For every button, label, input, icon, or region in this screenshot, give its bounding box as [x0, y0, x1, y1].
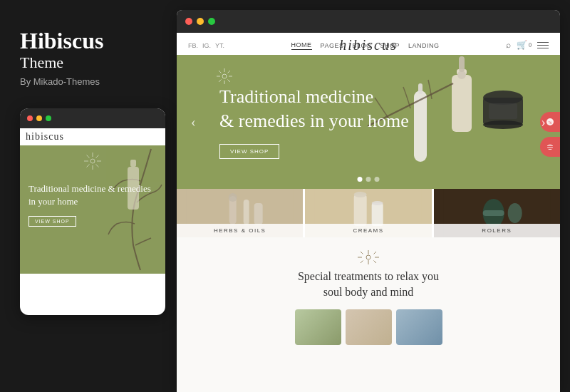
svg-line-5: [96, 165, 99, 167]
product-thumb-1[interactable]: [295, 309, 341, 345]
category-label-rolers: ROLERS: [434, 224, 560, 237]
nav-home[interactable]: HOME: [291, 41, 312, 50]
browser-dot-yellow[interactable]: [197, 18, 204, 25]
ham-line-1: [537, 42, 549, 43]
mobile-view-shop-button[interactable]: VIEW SHOP: [28, 216, 76, 227]
browser-chrome: [177, 10, 560, 33]
category-label-creams: CREAMS: [305, 224, 431, 237]
svg-point-43: [354, 192, 367, 197]
svg-rect-23: [459, 56, 465, 72]
svg-line-55: [374, 261, 377, 264]
svg-rect-21: [452, 75, 472, 132]
svg-line-6: [96, 155, 99, 158]
svg-point-45: [372, 201, 383, 205]
nav-landing[interactable]: LANDING: [408, 42, 440, 49]
svg-line-15: [219, 71, 222, 73]
section-title: Special treatments to relax you soul bod…: [298, 269, 439, 301]
nav-social-links: FB. IG. YT.: [188, 42, 224, 49]
social-ig[interactable]: IG.: [202, 42, 211, 49]
brand-subtitle: Theme: [20, 53, 157, 72]
svg-line-16: [228, 80, 231, 83]
hero-dots: [358, 177, 380, 182]
svg-point-58: [366, 255, 370, 259]
cart-wrapper[interactable]: 🛒 0: [517, 40, 532, 51]
cart-count: 0: [529, 42, 532, 48]
svg-text:%: %: [549, 120, 552, 125]
svg-rect-40: [254, 203, 263, 225]
mobile-hero: Traditional medicine & remedies in your …: [20, 145, 165, 274]
category-herbs-oils[interactable]: HERBS & OILS: [177, 189, 303, 237]
svg-rect-35: [547, 145, 553, 146]
svg-line-7: [87, 165, 90, 167]
svg-point-26: [483, 120, 523, 129]
website-content: FB. IG. YT. hibiscus HOME PAGES BLOG SHO…: [177, 33, 560, 392]
brand-title: Hibiscus: [20, 29, 157, 53]
dot-red: [27, 115, 33, 121]
browser-window: FB. IG. YT. hibiscus HOME PAGES BLOG SHO…: [177, 10, 560, 392]
dot-green: [46, 115, 51, 121]
category-label-herbs: HERBS & OILS: [177, 224, 303, 237]
svg-rect-44: [372, 203, 383, 226]
hero-title: Traditional medicine & remedies in your …: [219, 85, 409, 133]
svg-line-54: [361, 252, 363, 254]
hero-sunburst-icon: [216, 68, 233, 85]
svg-rect-27: [489, 103, 517, 119]
mobile-hero-text: Traditional medicine & remedies in your …: [28, 182, 157, 208]
product-categories: HERBS & OILS CREAMS R: [177, 189, 560, 237]
cart-icon[interactable]: 🛒: [517, 40, 527, 51]
browser-dot-green[interactable]: [208, 18, 215, 25]
badge-icon: %: [545, 117, 555, 127]
svg-line-17: [228, 71, 231, 73]
browser-dot-red[interactable]: [185, 18, 192, 25]
mobile-top-bar: [20, 108, 165, 128]
svg-line-4: [87, 155, 90, 158]
svg-point-48: [507, 203, 522, 223]
svg-point-8: [90, 159, 95, 163]
hero-prev-arrow[interactable]: ‹: [191, 114, 196, 130]
mobile-logo: hibiscus: [26, 131, 64, 143]
mobile-browser-bar: hibiscus: [20, 128, 165, 145]
product-thumbnails: [191, 309, 546, 345]
dot-yellow: [36, 115, 42, 121]
svg-rect-42: [354, 195, 367, 226]
svg-rect-9: [130, 160, 136, 167]
hero-content: Traditional medicine & remedies in your …: [177, 85, 452, 159]
left-panel: Hibiscus Theme By Mikado-Themes hibiscus: [0, 0, 177, 392]
category-rolers[interactable]: ROLERS: [434, 189, 560, 237]
bottom-section: Special treatments to relax you soul bod…: [177, 237, 560, 392]
svg-rect-33: [547, 146, 553, 148]
nav-full-row: FB. IG. YT. hibiscus HOME PAGES BLOG SHO…: [188, 40, 549, 51]
svg-point-19: [222, 74, 227, 78]
social-yt[interactable]: YT.: [215, 42, 224, 49]
hero-view-shop-button[interactable]: VIEW SHOP: [219, 144, 279, 159]
site-nav: FB. IG. YT. hibiscus HOME PAGES BLOG SHO…: [177, 33, 560, 55]
svg-line-56: [374, 252, 377, 254]
mobile-mockup: hibiscus: [20, 108, 165, 315]
product-thumb-3[interactable]: [396, 309, 442, 345]
badge-lower-icon: [545, 142, 555, 152]
site-logo: hibiscus: [339, 37, 398, 53]
search-icon[interactable]: ⌕: [506, 40, 511, 51]
promo-badge-lower[interactable]: [540, 137, 560, 157]
nav-utility-links: ⌕ 🛒 0: [506, 40, 549, 51]
svg-line-18: [219, 80, 222, 83]
hero-dot-2[interactable]: [366, 177, 371, 182]
hamburger-menu[interactable]: [537, 42, 549, 49]
social-fb[interactable]: FB.: [188, 42, 198, 49]
ham-line-2: [537, 45, 549, 46]
svg-rect-49: [482, 210, 504, 216]
svg-rect-39: [244, 200, 249, 225]
sunburst-icon: [83, 151, 103, 171]
svg-line-57: [361, 261, 363, 264]
hero-next-arrow[interactable]: ›: [541, 114, 546, 130]
hero-dot-3[interactable]: [375, 177, 380, 182]
category-creams[interactable]: CREAMS: [305, 189, 431, 237]
product-thumb-2[interactable]: [346, 309, 392, 345]
ham-line-3: [537, 48, 549, 49]
hero-slider: Traditional medicine & remedies in your …: [177, 55, 560, 189]
svg-rect-34: [547, 148, 553, 150]
section-sunburst-icon: [358, 250, 379, 264]
svg-point-38: [229, 193, 237, 202]
hero-dot-1[interactable]: [358, 177, 363, 182]
brand-by: By Mikado-Themes: [20, 76, 157, 87]
